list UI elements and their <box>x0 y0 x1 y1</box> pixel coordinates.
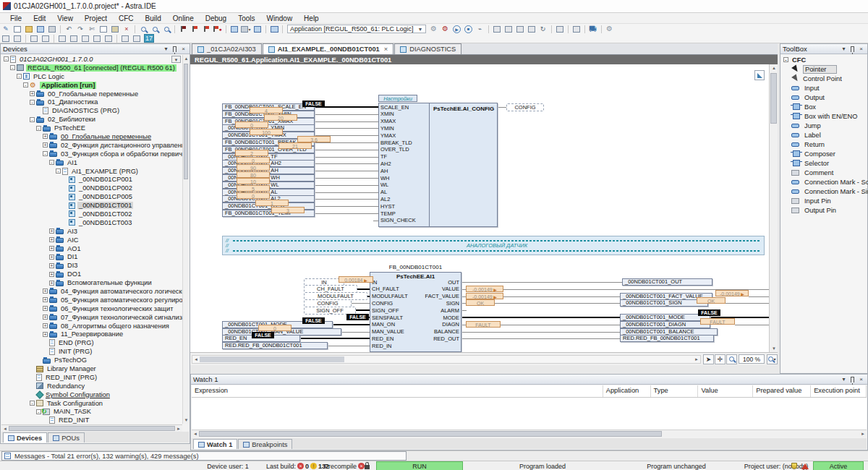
tree-row[interactable]: +_00NDB01CP001 <box>1 175 182 184</box>
tree-row[interactable]: +AI3 <box>1 227 182 236</box>
devices-close-icon[interactable]: × <box>179 45 187 53</box>
expand-icon[interactable]: + <box>43 315 48 320</box>
toolbox-dropdown-icon[interactable]: ▾ <box>840 45 848 53</box>
collapse-icon[interactable]: - <box>30 401 35 406</box>
cfc-order-last-icon[interactable] <box>92 34 102 43</box>
cfc-set-icon[interactable] <box>29 34 39 43</box>
collapse-icon[interactable]: - <box>30 117 35 122</box>
settings-gear-icon[interactable]: ⚙ <box>429 25 439 33</box>
variable-box[interactable]: RED.RED_FB_00NDB01CT001 <box>620 335 714 342</box>
toolbox-item-comment[interactable]: Comment <box>781 168 867 177</box>
tree-row[interactable]: +06_Функция технологических защит <box>1 304 182 313</box>
watch-column-prepared-value[interactable]: Prepared value <box>753 385 811 397</box>
reset-icon[interactable]: ↻ <box>538 25 548 33</box>
devices-hscrollbar[interactable]: ◄► <box>1 424 182 432</box>
menu-item-view[interactable]: View <box>51 14 79 22</box>
start-icon[interactable]: ▶ <box>452 25 462 33</box>
messages-tab[interactable]: Messages - Total 21 error(s), 132 warnin… <box>1 451 407 461</box>
expand-icon[interactable]: + <box>43 134 48 139</box>
watch-column-expression[interactable]: Expression <box>192 385 603 397</box>
tree-row[interactable]: +05_Функция автоматического регулировани… <box>1 296 182 304</box>
toolbox-item-box[interactable]: Box <box>781 102 867 111</box>
tree-row[interactable]: +DI3 <box>1 261 182 270</box>
tree-row[interactable]: +00_Глобальные переменные <box>1 90 182 98</box>
expand-icon[interactable]: + <box>43 142 48 148</box>
toolbox-item-output-pin[interactable]: Output Pin <box>781 205 867 215</box>
tree-row[interactable]: +_00NDB01CT003 <box>1 218 182 227</box>
select-mode-button[interactable]: ➤ <box>703 354 714 364</box>
menu-item-project[interactable]: Project <box>79 14 113 22</box>
tab-close-icon[interactable]: × <box>384 46 388 53</box>
toolbox-group-cfc[interactable]: -CFC <box>781 55 867 64</box>
tree-row[interactable]: +PsTechOG <box>1 356 182 364</box>
toolbox-item-output[interactable]: Output <box>781 93 867 102</box>
menu-item-window[interactable]: Window <box>261 14 299 22</box>
tree-row[interactable]: +Redundancy <box>1 382 182 390</box>
editor-tab-_01cja02ai303[interactable]: _01CJA02AI303 <box>192 43 262 54</box>
collapse-icon[interactable]: - <box>36 126 41 131</box>
watch-hscrollbar[interactable]: ◄► <box>192 430 867 437</box>
toolbox-item-jump[interactable]: Jump <box>781 121 867 130</box>
watch-dropdown-icon[interactable]: ▾ <box>840 375 848 383</box>
toolbox-item-label[interactable]: Label <box>781 130 867 140</box>
object-search-icon[interactable] <box>161 25 171 33</box>
open-project-icon[interactable] <box>24 25 34 33</box>
tree-row[interactable]: -01_Диагностика <box>1 98 182 106</box>
editor-tab-ai1_example._00ndb01ct001[interactable]: AI1_EXAMPLE._00NDB01CT001× <box>263 43 394 54</box>
tree-row[interactable]: +Вспомогательные функции <box>1 278 182 287</box>
menu-item-build[interactable]: Build <box>140 14 167 22</box>
edit-tool-icon[interactable]: ✎ <box>1 25 11 33</box>
print-icon[interactable] <box>47 25 57 33</box>
undo-icon[interactable]: ↶ <box>64 25 74 33</box>
toolbox-item-connection-mark---source[interactable]: Connection Mark - Source <box>781 177 867 187</box>
pan-mode-button[interactable]: ✛ <box>715 354 726 364</box>
toolbox-pin-icon[interactable] <box>848 45 856 53</box>
tree-row[interactable]: -REGUL_R500_61 [connected] (REGUL R500 6… <box>1 64 182 72</box>
cut-icon[interactable]: ✄ <box>87 25 97 33</box>
menu-item-tools[interactable]: Tools <box>232 14 260 22</box>
cfc-connect-icon[interactable] <box>132 34 142 43</box>
cfc-order-up-icon[interactable] <box>57 34 67 43</box>
bookmark-prev-icon[interactable] <box>190 25 200 33</box>
expand-icon[interactable]: + <box>49 281 54 286</box>
tree-row[interactable]: +DIAGNOSTICS (PRG) <box>1 106 182 115</box>
watch-column-execution-point[interactable]: Execution point <box>811 385 867 397</box>
expand-icon[interactable]: + <box>43 289 48 294</box>
devices-vscrollbar[interactable]: ▲▼ <box>182 55 189 424</box>
editor-tab-diagnostics[interactable]: DIAGNOSTICS <box>394 43 461 54</box>
tree-root-dropdown-icon[interactable]: ▼ <box>171 56 181 63</box>
tree-row[interactable]: +END (PRG) <box>1 338 182 347</box>
variable-box[interactable]: RED.RED_FB_00NDB01CT001 <box>222 342 328 349</box>
cfc-order-first-icon[interactable] <box>80 34 90 43</box>
menu-item-help[interactable]: Help <box>298 14 325 22</box>
redo-icon[interactable]: ↷ <box>75 25 85 33</box>
build-options-icon[interactable]: ▾ <box>241 25 251 33</box>
step-into-icon[interactable] <box>503 25 514 33</box>
tree-row[interactable]: +04_Функция автоматического логического … <box>1 287 182 296</box>
config-output-connector[interactable]: CONFIG <box>506 103 544 111</box>
variable-box[interactable]: _00NDB01CT001_OUT <box>622 278 712 286</box>
menu-item-debug[interactable]: Debug <box>200 14 232 22</box>
zoom-level-display[interactable]: 100 % <box>739 354 765 364</box>
toolbox-item-input[interactable]: Input <box>781 83 867 93</box>
tree-row[interactable]: +DO1 <box>1 270 182 278</box>
comment-banner[interactable]: ////АНАЛОГОВЫЙ ДАТЧИК// <box>222 236 765 255</box>
watch-close-icon[interactable]: × <box>857 375 865 383</box>
expand-icon[interactable]: + <box>49 263 54 268</box>
expand-icon[interactable]: + <box>49 237 54 242</box>
expand-icon[interactable]: + <box>49 255 54 260</box>
canvas-vscrollbar[interactable]: ▲ ▼ <box>769 64 778 352</box>
tree-row[interactable]: +Symbol Configuration <box>1 390 182 399</box>
tree-row[interactable]: +RED_INIT (PRG) <box>1 373 182 382</box>
combo-dropdown-icon[interactable]: ▼ <box>418 27 423 32</box>
toolbox-item-control-point[interactable]: Control Point <box>781 74 867 83</box>
bottom-tab-pous[interactable]: POUs <box>48 432 85 443</box>
bookmark-next-icon[interactable] <box>201 25 211 33</box>
toolbox-item-pointer[interactable]: Pointer <box>781 64 867 74</box>
collapse-icon[interactable]: - <box>4 56 9 61</box>
tree-row[interactable]: +08_Алгоритмы общего назначения <box>1 322 182 330</box>
tree-row[interactable]: -02_Библиотеки <box>1 115 182 124</box>
step-over-icon[interactable] <box>492 25 502 33</box>
bookmark-clear-icon[interactable]: ● <box>213 25 223 33</box>
tree-row[interactable]: +INIT (PRG) <box>1 347 182 356</box>
